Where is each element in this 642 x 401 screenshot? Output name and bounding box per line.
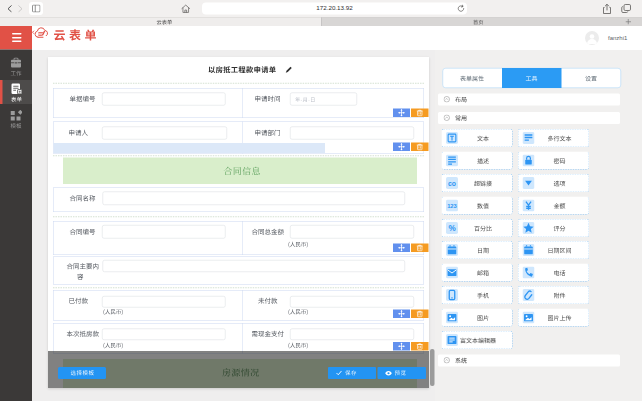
svg-text:123: 123: [447, 203, 457, 209]
svg-text:%: %: [448, 224, 456, 233]
svg-text:co: co: [448, 180, 456, 187]
